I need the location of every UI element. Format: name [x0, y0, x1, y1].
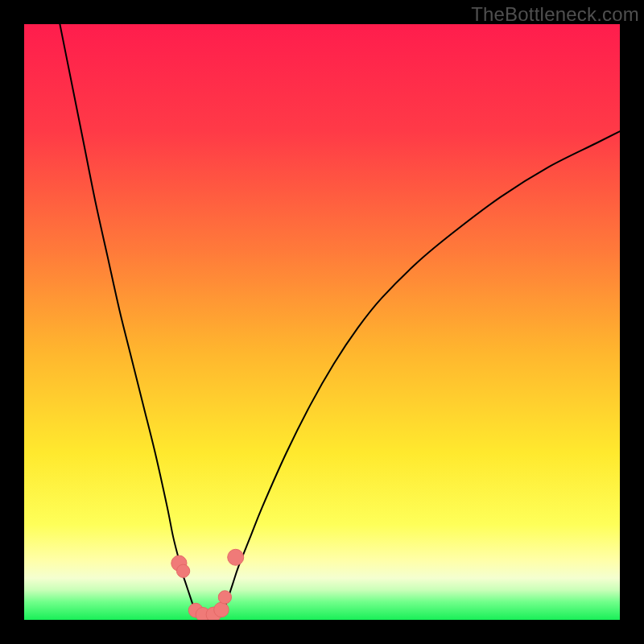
- chart-svg: [24, 24, 620, 620]
- data-marker: [228, 549, 244, 565]
- gradient-background: [24, 24, 620, 620]
- data-marker: [214, 602, 229, 617]
- data-marker: [218, 591, 231, 604]
- watermark-text: TheBottleneck.com: [471, 3, 639, 26]
- data-marker: [176, 564, 189, 577]
- chart-frame: [24, 24, 620, 620]
